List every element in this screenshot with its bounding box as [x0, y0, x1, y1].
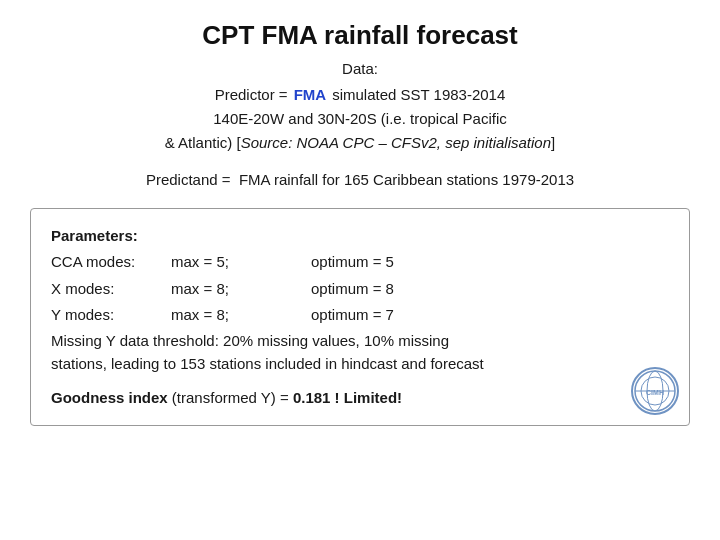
page-title: CPT FMA rainfall forecast: [202, 20, 517, 51]
y-max: max = 8;: [171, 302, 311, 328]
goodness-value: 0.181 ! Limited!: [289, 389, 402, 406]
predictand-line: Predictand = FMA rainfall for 165 Caribb…: [146, 171, 574, 188]
cca-label: CCA modes:: [51, 249, 171, 275]
params-title: Parameters:: [51, 223, 669, 249]
cca-opt: optimum = 5: [311, 249, 491, 275]
x-label: X modes:: [51, 276, 171, 302]
fma-highlight: FMA: [294, 83, 327, 107]
y-opt: optimum = 7: [311, 302, 491, 328]
predictor-line3: & Atlantic) [Source: NOAA CPC – CFSv2, s…: [165, 131, 555, 155]
y-label: Y modes:: [51, 302, 171, 328]
predictand-label: Predictand =: [146, 171, 231, 188]
predictor-line3-normal: & Atlantic) [: [165, 134, 241, 151]
predictor-line3-end: ]: [551, 134, 555, 151]
cca-max: max = 5;: [171, 249, 311, 275]
goodness-label: Goodness index: [51, 389, 168, 406]
predictor-line: Predictor = FMA simulated SST 1983-2014: [165, 83, 555, 107]
predictor-rest: simulated SST 1983-2014: [332, 83, 505, 107]
params-grid: CCA modes: max = 5; optimum = 5 X modes:…: [51, 249, 669, 328]
goodness-suffix: (transformed Y) =: [168, 389, 289, 406]
predictor-label: Predictor =: [215, 83, 288, 107]
data-section: Data: Predictor = FMA simulated SST 1983…: [165, 57, 555, 155]
missing-text-1: Missing Y data threshold: 20% missing va…: [51, 332, 449, 349]
predictor-line3-italic: Source: NOAA CPC – CFSv2, sep initialisa…: [241, 134, 551, 151]
logo-circle: CIMH: [631, 367, 679, 415]
predictand-text: FMA rainfall for 165 Caribbean stations …: [239, 171, 574, 188]
missing-text-2: stations, leading to 153 stations includ…: [51, 355, 484, 372]
parameters-box: Parameters: CCA modes: max = 5; optimum …: [30, 208, 690, 426]
x-max: max = 8;: [171, 276, 311, 302]
x-opt: optimum = 8: [311, 276, 491, 302]
goodness-line: Goodness index (transformed Y) = 0.181 !…: [51, 385, 669, 411]
predictor-line2: 140E-20W and 30N-20S (i.e. tropical Paci…: [165, 107, 555, 131]
data-label: Data:: [165, 57, 555, 81]
logo-watermark: CIMH: [631, 367, 679, 415]
missing-text: Missing Y data threshold: 20% missing va…: [51, 330, 669, 375]
svg-text:CIMH: CIMH: [646, 389, 664, 396]
